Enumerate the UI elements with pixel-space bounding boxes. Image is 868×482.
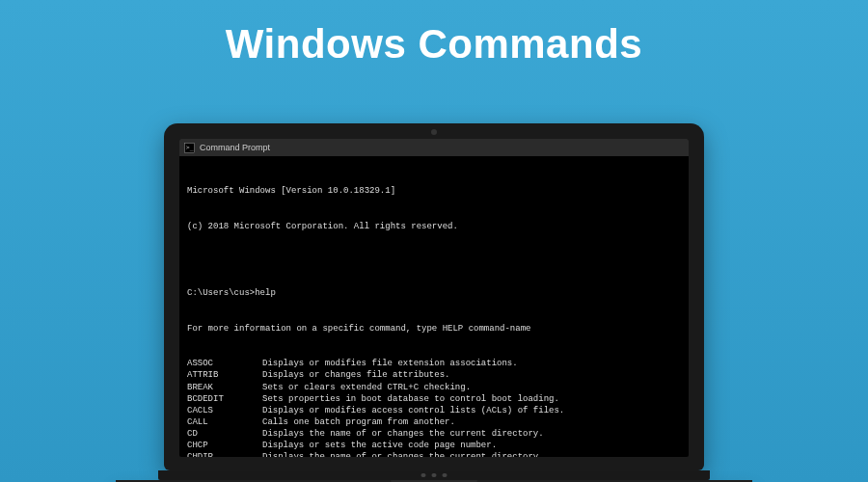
command-description: Displays the name of or changes the curr…: [262, 428, 681, 440]
terminal-copyright-line: (c) 2018 Microsoft Corporation. All righ…: [187, 221, 681, 232]
webcam-icon: [431, 129, 437, 135]
hinge-vents-icon: [421, 473, 448, 477]
command-description: Sets or clears extended CTRL+C checking.: [262, 382, 681, 393]
command-name: CACLS: [187, 405, 262, 416]
command-name: CHDIR: [187, 451, 262, 457]
command-description: Displays or modifies access control list…: [262, 405, 681, 416]
command-row: CHDIRDisplays the name of or changes the…: [187, 451, 681, 457]
command-description: Sets properties in boot database to cont…: [262, 393, 681, 405]
command-name: ATTRIB: [187, 369, 262, 381]
laptop-frame: >_ Command Prompt Microsoft Windows [Ver…: [164, 123, 704, 482]
terminal-prompt-line: C:\Users\cus>help: [187, 287, 681, 299]
command-description: Displays or changes file attributes.: [262, 369, 681, 381]
command-row: CHCPDisplays or sets the active code pag…: [187, 440, 681, 451]
command-name: CALL: [187, 416, 262, 428]
command-name: BCDEDIT: [187, 393, 262, 405]
command-name: CHCP: [187, 440, 262, 451]
terminal-version-line: Microsoft Windows [Version 10.0.18329.1]: [187, 185, 681, 197]
help-intro-line: For more information on a specific comma…: [187, 323, 681, 335]
command-row: CACLSDisplays or modifies access control…: [187, 405, 681, 416]
laptop-hinge: [158, 470, 709, 480]
svg-text:>_: >_: [186, 144, 194, 151]
command-name: ASSOC: [187, 358, 262, 369]
command-row: ATTRIBDisplays or changes file attribute…: [187, 369, 681, 381]
laptop-screen-bezel: >_ Command Prompt Microsoft Windows [Ver…: [164, 123, 704, 470]
terminal-window: >_ Command Prompt Microsoft Windows [Ver…: [179, 139, 689, 457]
blank-line: [187, 255, 681, 264]
terminal-titlebar: >_ Command Prompt: [179, 139, 689, 156]
command-list: ASSOCDisplays or modifies file extension…: [187, 358, 681, 457]
command-name: BREAK: [187, 382, 262, 393]
command-name: CD: [187, 428, 262, 440]
command-description: Calls one batch program from another.: [262, 416, 681, 428]
command-prompt-icon: >_: [184, 143, 195, 153]
page-title: Windows Commands: [0, 0, 868, 67]
command-description: Displays or modifies file extension asso…: [262, 358, 681, 369]
command-row: CALLCalls one batch program from another…: [187, 416, 681, 428]
command-row: BREAKSets or clears extended CTRL+C chec…: [187, 382, 681, 393]
command-row: BCDEDITSets properties in boot database …: [187, 393, 681, 405]
command-row: CDDisplays the name of or changes the cu…: [187, 428, 681, 440]
command-description: Displays or sets the active code page nu…: [262, 440, 681, 451]
terminal-title-text: Command Prompt: [200, 142, 270, 153]
terminal-body: Microsoft Windows [Version 10.0.18329.1]…: [179, 156, 689, 457]
command-row: ASSOCDisplays or modifies file extension…: [187, 358, 681, 369]
command-description: Displays the name of or changes the curr…: [262, 451, 681, 457]
